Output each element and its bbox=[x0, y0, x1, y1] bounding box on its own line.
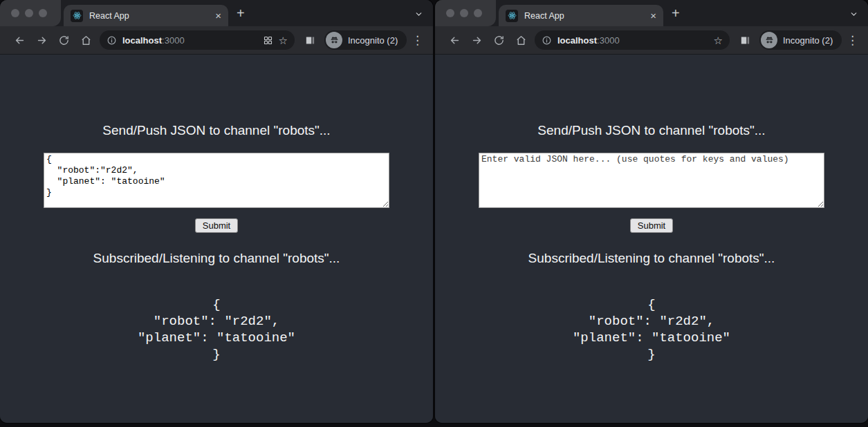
new-tab-button[interactable]: + bbox=[237, 6, 245, 21]
incognito-badge[interactable]: Incognito (2) bbox=[759, 30, 842, 50]
incognito-label: Incognito (2) bbox=[348, 35, 398, 46]
close-tab-icon[interactable]: × bbox=[215, 10, 221, 21]
json-input[interactable] bbox=[479, 153, 824, 208]
incognito-badge[interactable]: Incognito (2) bbox=[324, 30, 407, 50]
site-info-icon[interactable] bbox=[542, 35, 552, 46]
bookmark-star-icon[interactable]: ☆ bbox=[714, 35, 723, 46]
incognito-avatar-icon bbox=[761, 32, 777, 48]
react-favicon-icon bbox=[506, 10, 518, 22]
browser-tab[interactable]: React App × bbox=[64, 5, 228, 26]
send-heading: Send/Push JSON to channel "robots"... bbox=[0, 123, 433, 138]
zoom-window-button[interactable] bbox=[39, 9, 47, 17]
received-json-output: { "robot": "r2d2", "planet": "tatooine" … bbox=[435, 296, 868, 363]
close-window-button[interactable] bbox=[446, 9, 454, 17]
traffic-lights bbox=[0, 0, 61, 26]
bookmark-star-icon[interactable]: ☆ bbox=[279, 35, 288, 46]
url-host: localhost bbox=[122, 35, 162, 46]
browser-tab[interactable]: React App × bbox=[499, 5, 663, 26]
extension-grid-icon[interactable] bbox=[263, 35, 273, 46]
address-bar[interactable]: localhost:3000 ☆ bbox=[100, 30, 295, 50]
browser-toolbar: localhost:3000 ☆ Incognito (2) ⋮ bbox=[435, 26, 868, 55]
zoom-window-button[interactable] bbox=[474, 9, 482, 17]
close-tab-icon[interactable]: × bbox=[650, 10, 656, 21]
react-app-page: Send/Push JSON to channel "robots"... Su… bbox=[435, 55, 868, 423]
submit-button[interactable]: Submit bbox=[195, 218, 238, 233]
menu-dots-icon[interactable]: ⋮ bbox=[412, 35, 423, 46]
close-window-button[interactable] bbox=[11, 9, 19, 17]
url-port: :3000 bbox=[162, 35, 185, 46]
incognito-label: Incognito (2) bbox=[783, 35, 833, 46]
minimize-window-button[interactable] bbox=[25, 9, 33, 17]
listen-heading: Subscribed/Listening to channel "robots"… bbox=[435, 251, 868, 266]
menu-dots-icon[interactable]: ⋮ bbox=[847, 35, 858, 46]
tab-strip: React App × + bbox=[0, 0, 433, 26]
forward-button[interactable] bbox=[465, 29, 488, 51]
browser-window-right: React App × + bbox=[435, 0, 868, 423]
react-app-page: Send/Push JSON to channel "robots"... { … bbox=[0, 55, 433, 423]
new-tab-button[interactable]: + bbox=[672, 6, 680, 21]
back-button[interactable] bbox=[8, 29, 30, 51]
send-heading: Send/Push JSON to channel "robots"... bbox=[435, 123, 868, 138]
tab-search-chevron-icon[interactable] bbox=[849, 9, 858, 21]
json-input[interactable]: { "robot":"r2d2", "planet": "tatooine" } bbox=[44, 153, 389, 208]
browser-toolbar: localhost:3000 ☆ Incognito (2) ⋮ bbox=[0, 26, 433, 55]
tab-strip: React App × + bbox=[435, 0, 868, 26]
desktop: React App × + bbox=[0, 0, 868, 427]
address-bar[interactable]: localhost:3000 ☆ bbox=[535, 30, 730, 50]
side-panel-icon[interactable] bbox=[739, 35, 751, 46]
browser-window-left: React App × + bbox=[0, 0, 433, 423]
url-text: localhost:3000 bbox=[122, 35, 185, 46]
site-info-icon[interactable] bbox=[107, 35, 117, 46]
home-button[interactable] bbox=[510, 29, 532, 51]
traffic-lights bbox=[435, 0, 496, 26]
listen-heading: Subscribed/Listening to channel "robots"… bbox=[0, 251, 433, 266]
tab-search-chevron-icon[interactable] bbox=[414, 9, 423, 21]
submit-row: Submit bbox=[0, 218, 433, 233]
reload-button[interactable] bbox=[488, 29, 510, 51]
home-button[interactable] bbox=[75, 29, 97, 51]
tab-title: React App bbox=[89, 11, 209, 21]
back-button[interactable] bbox=[443, 29, 465, 51]
incognito-avatar-icon bbox=[326, 32, 342, 48]
submit-row: Submit bbox=[435, 218, 868, 233]
reload-button[interactable] bbox=[53, 29, 75, 51]
url-host: localhost bbox=[557, 35, 597, 46]
received-json-output: { "robot": "r2d2", "planet": "tatooine" … bbox=[0, 296, 433, 363]
minimize-window-button[interactable] bbox=[460, 9, 468, 17]
url-port: :3000 bbox=[597, 35, 620, 46]
url-text: localhost:3000 bbox=[557, 35, 620, 46]
tab-title: React App bbox=[524, 11, 644, 21]
submit-button[interactable]: Submit bbox=[630, 218, 673, 233]
forward-button[interactable] bbox=[30, 29, 53, 51]
side-panel-icon[interactable] bbox=[304, 35, 316, 46]
react-favicon-icon bbox=[71, 10, 83, 22]
